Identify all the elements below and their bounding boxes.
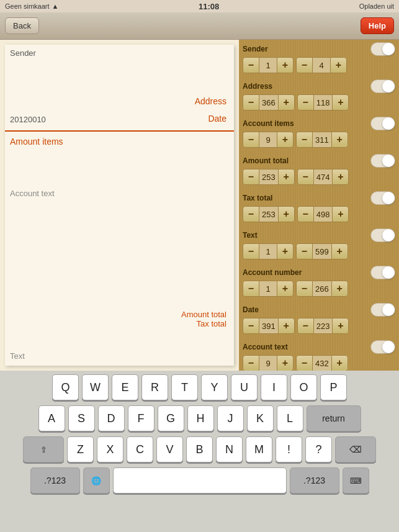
key-exclaim[interactable]: ! xyxy=(276,436,302,462)
stepper-minus-2-5[interactable]: − xyxy=(297,244,313,259)
key-g[interactable]: G xyxy=(158,405,184,431)
shift-key[interactable]: ⇧ xyxy=(23,436,64,462)
space-key[interactable] xyxy=(113,467,287,494)
key-w[interactable]: W xyxy=(82,374,109,400)
control-label-text-6: Account number xyxy=(243,268,302,277)
num-key-left[interactable]: .?123 xyxy=(30,467,80,494)
key-s[interactable]: S xyxy=(68,405,95,431)
stepper-plus-2-0[interactable]: + xyxy=(330,58,346,73)
key-r[interactable]: R xyxy=(141,374,168,400)
stepper-minus-1-8[interactable]: − xyxy=(243,356,259,371)
toggle-knob-5 xyxy=(382,229,395,241)
toggle-2[interactable] xyxy=(370,117,395,130)
key-m[interactable]: M xyxy=(246,436,272,462)
stepper-minus-1-2[interactable]: − xyxy=(243,132,259,147)
stepper-plus-1-8[interactable]: + xyxy=(277,356,293,371)
key-c[interactable]: C xyxy=(127,436,153,462)
stepper-minus-2-6[interactable]: − xyxy=(297,281,313,296)
toggle-8[interactable] xyxy=(370,340,395,354)
keyboard-row-3: ⇧ Z X C V B N M ! ? ⌫ xyxy=(2,436,397,462)
key-y[interactable]: Y xyxy=(201,374,228,400)
key-b[interactable]: B xyxy=(186,436,213,462)
key-a[interactable]: A xyxy=(38,405,65,431)
stepper-val-1-7: 391 xyxy=(259,322,278,331)
stepper-minus-2-1[interactable]: − xyxy=(298,95,314,110)
delete-key[interactable]: ⌫ xyxy=(335,436,376,462)
toggle-4[interactable] xyxy=(370,191,395,205)
stepper-minus-1-7[interactable]: − xyxy=(243,318,259,333)
toggle-0[interactable] xyxy=(370,42,395,56)
stepper-plus-1-5[interactable]: + xyxy=(277,244,293,259)
toggle-6[interactable] xyxy=(370,266,395,279)
toggle-1[interactable] xyxy=(370,79,395,93)
stepper-group-1-5: −1+ xyxy=(243,243,294,259)
totals-area: Amount total Tax total xyxy=(181,310,226,328)
keyboard-row-4: .?123 🌐 .?123 ⌨ xyxy=(2,467,397,494)
stepper-minus-1-6[interactable]: − xyxy=(243,281,259,296)
stepper-plus-1-1[interactable]: + xyxy=(278,95,294,110)
key-d[interactable]: D xyxy=(98,405,125,431)
stepper-minus-2-4[interactable]: − xyxy=(298,207,314,222)
stepper-plus-2-2[interactable]: + xyxy=(331,132,347,147)
stepper-minus-2-8[interactable]: − xyxy=(297,356,313,371)
stepper-plus-2-5[interactable]: + xyxy=(331,244,347,259)
key-t[interactable]: T xyxy=(171,374,198,400)
stepper-minus-1-0[interactable]: − xyxy=(243,58,259,73)
toggle-7[interactable] xyxy=(370,303,395,317)
key-j[interactable]: J xyxy=(217,405,244,431)
back-button[interactable]: Back xyxy=(5,17,39,34)
key-f[interactable]: F xyxy=(128,405,155,431)
stepper-val-1-6: 1 xyxy=(259,284,277,294)
stepper-minus-1-1[interactable]: − xyxy=(243,95,259,110)
stepper-plus-2-6[interactable]: + xyxy=(331,281,347,296)
stepper-row-3: −253+−474+ xyxy=(243,169,395,185)
key-p[interactable]: P xyxy=(320,374,347,400)
keyboard-dismiss-key[interactable]: ⌨ xyxy=(343,467,369,494)
key-e[interactable]: E xyxy=(112,374,138,400)
content-area: Address 20120010 Date Amount items Accou… xyxy=(0,40,399,371)
stepper-plus-1-0[interactable]: + xyxy=(277,58,293,73)
key-i[interactable]: I xyxy=(261,374,287,400)
key-x[interactable]: X xyxy=(97,436,123,462)
key-question[interactable]: ? xyxy=(305,436,332,462)
stepper-plus-2-8[interactable]: + xyxy=(331,356,347,371)
stepper-minus-1-3[interactable]: − xyxy=(243,169,259,184)
stepper-minus-1-4[interactable]: − xyxy=(243,207,259,222)
stepper-plus-1-3[interactable]: + xyxy=(278,169,294,184)
stepper-plus-2-3[interactable]: + xyxy=(332,169,348,184)
stepper-minus-2-2[interactable]: − xyxy=(297,132,313,147)
stepper-minus-2-0[interactable]: − xyxy=(297,58,313,73)
stepper-minus-2-3[interactable]: − xyxy=(298,169,314,184)
stepper-minus-1-5[interactable]: − xyxy=(243,244,259,259)
stepper-plus-1-6[interactable]: + xyxy=(277,281,293,296)
toggle-5[interactable] xyxy=(370,228,395,242)
key-u[interactable]: U xyxy=(231,374,258,400)
key-q[interactable]: Q xyxy=(52,374,79,400)
control-row-5: Text−1+−599+ xyxy=(239,226,399,263)
globe-key[interactable]: 🌐 xyxy=(83,467,110,494)
stepper-group-1-0: −1+ xyxy=(243,57,294,73)
help-button[interactable]: Help xyxy=(361,17,394,34)
stepper-plus-1-7[interactable]: + xyxy=(278,318,294,333)
key-v[interactable]: V xyxy=(156,436,183,462)
toggle-3[interactable] xyxy=(370,154,395,168)
stepper-plus-2-4[interactable]: + xyxy=(332,207,348,222)
toggle-knob-6 xyxy=(382,266,395,279)
sender-field[interactable] xyxy=(5,45,234,61)
stepper-plus-1-4[interactable]: + xyxy=(278,207,294,222)
stepper-val-1-5: 1 xyxy=(259,247,277,256)
sender-input[interactable] xyxy=(10,48,229,58)
key-h[interactable]: H xyxy=(187,405,214,431)
stepper-minus-2-7[interactable]: − xyxy=(298,318,314,333)
key-k[interactable]: K xyxy=(247,405,274,431)
control-label-text-5: Text xyxy=(243,231,258,240)
stepper-plus-2-7[interactable]: + xyxy=(332,318,348,333)
key-o[interactable]: O xyxy=(290,374,317,400)
key-n[interactable]: N xyxy=(216,436,243,462)
stepper-plus-1-2[interactable]: + xyxy=(277,132,293,147)
stepper-plus-2-1[interactable]: + xyxy=(332,95,348,110)
key-l[interactable]: L xyxy=(277,405,303,431)
num-key-right[interactable]: .?123 xyxy=(290,467,339,494)
return-key[interactable]: return xyxy=(307,405,361,431)
key-z[interactable]: Z xyxy=(67,436,94,462)
